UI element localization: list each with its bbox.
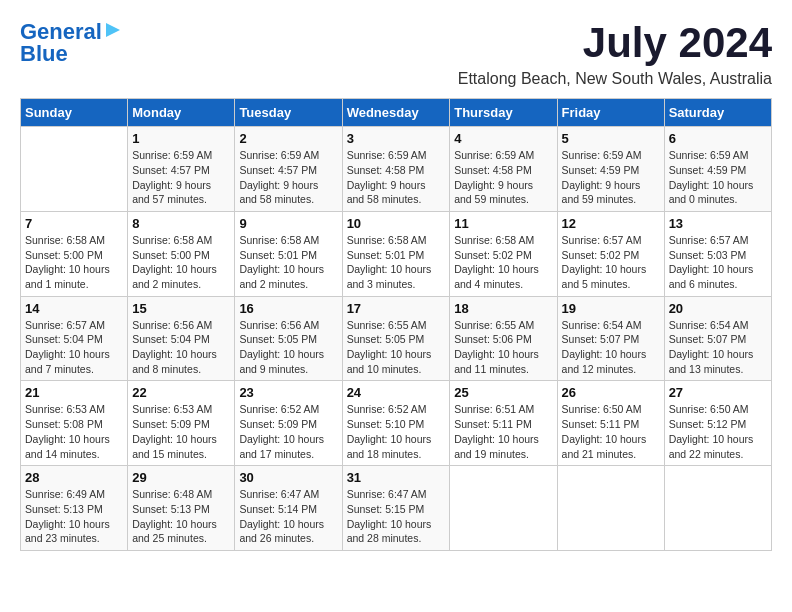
day-info: Sunrise: 6:53 AMSunset: 5:09 PMDaylight:…: [132, 402, 230, 461]
day-number: 7: [25, 216, 123, 231]
page-header: General Blue July 2024 Ettalong Beach, N…: [20, 20, 772, 88]
day-number: 1: [132, 131, 230, 146]
day-number: 29: [132, 470, 230, 485]
day-number: 30: [239, 470, 337, 485]
day-info: Sunrise: 6:57 AMSunset: 5:02 PMDaylight:…: [562, 233, 660, 292]
day-info: Sunrise: 6:59 AMSunset: 4:59 PMDaylight:…: [669, 148, 767, 207]
day-number: 9: [239, 216, 337, 231]
week-row-2: 7Sunrise: 6:58 AMSunset: 5:00 PMDaylight…: [21, 211, 772, 296]
calendar-cell: 19Sunrise: 6:54 AMSunset: 5:07 PMDayligh…: [557, 296, 664, 381]
week-row-4: 21Sunrise: 6:53 AMSunset: 5:08 PMDayligh…: [21, 381, 772, 466]
title-block: July 2024 Ettalong Beach, New South Wale…: [458, 20, 772, 88]
day-info: Sunrise: 6:56 AMSunset: 5:04 PMDaylight:…: [132, 318, 230, 377]
calendar-cell: 7Sunrise: 6:58 AMSunset: 5:00 PMDaylight…: [21, 211, 128, 296]
week-row-1: 1Sunrise: 6:59 AMSunset: 4:57 PMDaylight…: [21, 127, 772, 212]
day-info: Sunrise: 6:58 AMSunset: 5:01 PMDaylight:…: [347, 233, 446, 292]
day-info: Sunrise: 6:58 AMSunset: 5:01 PMDaylight:…: [239, 233, 337, 292]
calendar-cell: 17Sunrise: 6:55 AMSunset: 5:05 PMDayligh…: [342, 296, 450, 381]
day-number: 16: [239, 301, 337, 316]
day-number: 12: [562, 216, 660, 231]
day-info: Sunrise: 6:53 AMSunset: 5:08 PMDaylight:…: [25, 402, 123, 461]
day-info: Sunrise: 6:58 AMSunset: 5:00 PMDaylight:…: [25, 233, 123, 292]
day-header-monday: Monday: [128, 99, 235, 127]
calendar-cell: 4Sunrise: 6:59 AMSunset: 4:58 PMDaylight…: [450, 127, 557, 212]
calendar-cell: 9Sunrise: 6:58 AMSunset: 5:01 PMDaylight…: [235, 211, 342, 296]
day-number: 11: [454, 216, 552, 231]
day-number: 23: [239, 385, 337, 400]
day-number: 27: [669, 385, 767, 400]
subtitle: Ettalong Beach, New South Wales, Austral…: [458, 70, 772, 88]
day-number: 3: [347, 131, 446, 146]
days-header-row: SundayMondayTuesdayWednesdayThursdayFrid…: [21, 99, 772, 127]
day-info: Sunrise: 6:50 AMSunset: 5:12 PMDaylight:…: [669, 402, 767, 461]
day-number: 31: [347, 470, 446, 485]
calendar-cell: [450, 466, 557, 551]
day-number: 28: [25, 470, 123, 485]
calendar-cell: 31Sunrise: 6:47 AMSunset: 5:15 PMDayligh…: [342, 466, 450, 551]
day-number: 5: [562, 131, 660, 146]
day-header-tuesday: Tuesday: [235, 99, 342, 127]
calendar-table: SundayMondayTuesdayWednesdayThursdayFrid…: [20, 98, 772, 551]
calendar-cell: 13Sunrise: 6:57 AMSunset: 5:03 PMDayligh…: [664, 211, 771, 296]
calendar-cell: 25Sunrise: 6:51 AMSunset: 5:11 PMDayligh…: [450, 381, 557, 466]
day-info: Sunrise: 6:49 AMSunset: 5:13 PMDaylight:…: [25, 487, 123, 546]
day-number: 6: [669, 131, 767, 146]
calendar-cell: 24Sunrise: 6:52 AMSunset: 5:10 PMDayligh…: [342, 381, 450, 466]
day-info: Sunrise: 6:55 AMSunset: 5:05 PMDaylight:…: [347, 318, 446, 377]
calendar-cell: 8Sunrise: 6:58 AMSunset: 5:00 PMDaylight…: [128, 211, 235, 296]
day-header-thursday: Thursday: [450, 99, 557, 127]
calendar-cell: [664, 466, 771, 551]
calendar-cell: 5Sunrise: 6:59 AMSunset: 4:59 PMDaylight…: [557, 127, 664, 212]
day-number: 2: [239, 131, 337, 146]
week-row-5: 28Sunrise: 6:49 AMSunset: 5:13 PMDayligh…: [21, 466, 772, 551]
logo-blue: Blue: [20, 42, 68, 66]
calendar-cell: 23Sunrise: 6:52 AMSunset: 5:09 PMDayligh…: [235, 381, 342, 466]
calendar-cell: 12Sunrise: 6:57 AMSunset: 5:02 PMDayligh…: [557, 211, 664, 296]
day-info: Sunrise: 6:58 AMSunset: 5:00 PMDaylight:…: [132, 233, 230, 292]
day-number: 14: [25, 301, 123, 316]
day-number: 15: [132, 301, 230, 316]
main-title: July 2024: [458, 20, 772, 66]
day-info: Sunrise: 6:48 AMSunset: 5:13 PMDaylight:…: [132, 487, 230, 546]
calendar-cell: 10Sunrise: 6:58 AMSunset: 5:01 PMDayligh…: [342, 211, 450, 296]
calendar-cell: 14Sunrise: 6:57 AMSunset: 5:04 PMDayligh…: [21, 296, 128, 381]
day-number: 25: [454, 385, 552, 400]
day-info: Sunrise: 6:58 AMSunset: 5:02 PMDaylight:…: [454, 233, 552, 292]
day-number: 13: [669, 216, 767, 231]
calendar-cell: 20Sunrise: 6:54 AMSunset: 5:07 PMDayligh…: [664, 296, 771, 381]
day-info: Sunrise: 6:59 AMSunset: 4:58 PMDaylight:…: [454, 148, 552, 207]
day-number: 18: [454, 301, 552, 316]
calendar-cell: 6Sunrise: 6:59 AMSunset: 4:59 PMDaylight…: [664, 127, 771, 212]
day-number: 22: [132, 385, 230, 400]
calendar-cell: 21Sunrise: 6:53 AMSunset: 5:08 PMDayligh…: [21, 381, 128, 466]
calendar-cell: [21, 127, 128, 212]
day-info: Sunrise: 6:59 AMSunset: 4:59 PMDaylight:…: [562, 148, 660, 207]
day-number: 26: [562, 385, 660, 400]
day-info: Sunrise: 6:52 AMSunset: 5:10 PMDaylight:…: [347, 402, 446, 461]
day-info: Sunrise: 6:54 AMSunset: 5:07 PMDaylight:…: [562, 318, 660, 377]
day-info: Sunrise: 6:59 AMSunset: 4:57 PMDaylight:…: [132, 148, 230, 207]
day-info: Sunrise: 6:56 AMSunset: 5:05 PMDaylight:…: [239, 318, 337, 377]
day-header-sunday: Sunday: [21, 99, 128, 127]
day-info: Sunrise: 6:57 AMSunset: 5:03 PMDaylight:…: [669, 233, 767, 292]
calendar-cell: 3Sunrise: 6:59 AMSunset: 4:58 PMDaylight…: [342, 127, 450, 212]
day-number: 20: [669, 301, 767, 316]
day-info: Sunrise: 6:59 AMSunset: 4:58 PMDaylight:…: [347, 148, 446, 207]
day-header-saturday: Saturday: [664, 99, 771, 127]
logo: General Blue: [20, 20, 122, 66]
calendar-cell: 27Sunrise: 6:50 AMSunset: 5:12 PMDayligh…: [664, 381, 771, 466]
calendar-cell: 22Sunrise: 6:53 AMSunset: 5:09 PMDayligh…: [128, 381, 235, 466]
day-number: 17: [347, 301, 446, 316]
calendar-cell: 1Sunrise: 6:59 AMSunset: 4:57 PMDaylight…: [128, 127, 235, 212]
calendar-cell: 11Sunrise: 6:58 AMSunset: 5:02 PMDayligh…: [450, 211, 557, 296]
calendar-cell: 18Sunrise: 6:55 AMSunset: 5:06 PMDayligh…: [450, 296, 557, 381]
day-number: 10: [347, 216, 446, 231]
day-info: Sunrise: 6:50 AMSunset: 5:11 PMDaylight:…: [562, 402, 660, 461]
day-number: 21: [25, 385, 123, 400]
week-row-3: 14Sunrise: 6:57 AMSunset: 5:04 PMDayligh…: [21, 296, 772, 381]
day-info: Sunrise: 6:55 AMSunset: 5:06 PMDaylight:…: [454, 318, 552, 377]
calendar-cell: 15Sunrise: 6:56 AMSunset: 5:04 PMDayligh…: [128, 296, 235, 381]
day-number: 19: [562, 301, 660, 316]
logo-arrow-icon: [104, 21, 122, 39]
svg-marker-0: [106, 23, 120, 37]
